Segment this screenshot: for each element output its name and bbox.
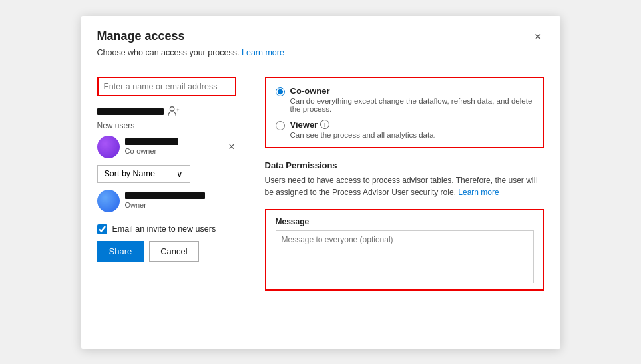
dialog-title: Manage access (97, 29, 185, 43)
owner-role: Owner (125, 201, 236, 209)
new-user-row: Co-owner × (97, 136, 236, 158)
dialog-header: Manage access × (97, 29, 544, 44)
message-section: Message (265, 209, 544, 291)
info-icon: i (320, 120, 329, 129)
new-users-label: New users (97, 121, 236, 130)
coowner-details: Co-owner Can do everything except change… (290, 86, 534, 113)
email-invite-checkbox[interactable] (97, 224, 107, 234)
left-panel: New users Co-owner × Sort by Name ∨ (97, 77, 250, 295)
body-layout: New users Co-owner × Sort by Name ∨ (97, 77, 544, 295)
owner-avatar (97, 190, 120, 212)
search-input[interactable] (97, 77, 236, 96)
message-box: Message (265, 209, 544, 291)
data-permissions-section: Data Permissions Users need to have acce… (265, 160, 544, 198)
viewer-radio[interactable] (276, 121, 285, 130)
learn-more-link[interactable]: Learn more (242, 48, 284, 57)
owner-name-redacted (125, 192, 205, 199)
close-button[interactable]: × (532, 29, 544, 44)
actions-row: Share Cancel (97, 241, 236, 262)
message-textarea[interactable] (276, 230, 534, 283)
coowner-option: Co-owner Can do everything except change… (276, 86, 534, 113)
owner-row: Owner (97, 190, 236, 212)
email-invite-row: Email an invite to new users (97, 224, 236, 234)
viewer-desc: Can see the process and all analytics da… (290, 131, 436, 139)
cancel-button[interactable]: Cancel (149, 241, 198, 262)
viewer-label: Viewer (290, 120, 318, 130)
sort-dropdown[interactable]: Sort by Name ∨ (97, 165, 190, 183)
subtitle: Choose who can access your process. Lear… (97, 48, 544, 57)
right-panel: Co-owner Can do everything except change… (250, 77, 544, 295)
viewer-details: Viewer i Can see the process and all ana… (290, 120, 436, 139)
sort-label: Sort by Name (105, 169, 155, 178)
viewer-option: Viewer i Can see the process and all ana… (276, 120, 534, 139)
invited-username-bar (97, 108, 164, 115)
avatar (97, 136, 120, 158)
chevron-down-icon: ∨ (176, 169, 183, 179)
user-name-redacted (125, 138, 178, 145)
add-user-icon (168, 106, 180, 118)
manage-access-dialog: Manage access × Choose who can access yo… (81, 16, 560, 349)
message-box-title: Message (276, 217, 534, 226)
data-permissions-title: Data Permissions (265, 160, 544, 170)
coowner-label: Co-owner (290, 86, 534, 96)
header-divider (97, 67, 544, 67)
invited-user-row (97, 106, 236, 118)
data-permissions-text: Users need to have access to process adv… (265, 174, 544, 198)
remove-user-button[interactable]: × (227, 140, 236, 154)
email-invite-label: Email an invite to new users (112, 224, 216, 234)
role-selection-box: Co-owner Can do everything except change… (265, 77, 544, 148)
sort-dropdown-container: Sort by Name ∨ (97, 165, 236, 183)
share-button[interactable]: Share (97, 241, 144, 262)
coowner-radio[interactable] (276, 87, 285, 96)
data-permissions-learn-more[interactable]: Learn more (458, 188, 499, 197)
user-info: Co-owner (125, 138, 222, 155)
subtitle-text: Choose who can access your process. (97, 48, 240, 57)
owner-info: Owner (125, 192, 236, 209)
coowner-desc: Can do everything except change the data… (290, 97, 534, 113)
viewer-label-row: Viewer i (290, 120, 436, 130)
bottom-section: Email an invite to new users Share Cance… (97, 224, 236, 262)
svg-point-0 (170, 106, 174, 110)
user-role: Co-owner (125, 147, 222, 155)
